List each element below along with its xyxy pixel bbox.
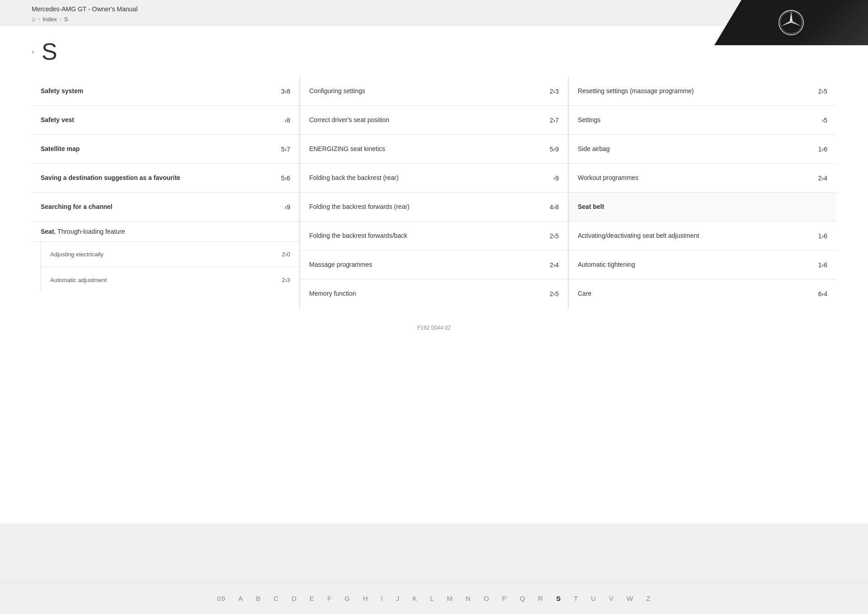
sub-entry-page[interactable]: 2›3	[282, 277, 290, 283]
entry-saving-destination: Saving a destination suggestion as a fav…	[32, 164, 299, 193]
alpha-item-z[interactable]: Z	[640, 592, 657, 605]
entry-safety-vest: Safety vest ›8	[32, 106, 299, 135]
entry-page[interactable]: 5›9	[550, 146, 559, 153]
page-title: Mercedes-AMG GT - Owner's Manual	[32, 5, 836, 13]
entry-workout-programmes: Workout programmes 2›4	[569, 164, 836, 193]
entry-text[interactable]: Folding back the backrest (rear)	[309, 174, 553, 183]
entry-text[interactable]: Automatic tightening	[578, 260, 818, 269]
entry-page[interactable]: 1›6	[818, 261, 827, 269]
sub-entry-automatic-adjustment: Automatic adjustment 2›3	[41, 267, 299, 293]
alpha-item-j[interactable]: J	[390, 592, 406, 605]
entry-page[interactable]: 2›5	[550, 232, 559, 240]
entry-page[interactable]: 6›4	[818, 290, 827, 298]
alpha-item-p[interactable]: P	[496, 592, 514, 605]
entry-page[interactable]: 2›5	[818, 88, 827, 95]
entry-text[interactable]: Safety vest	[41, 116, 285, 125]
section-letter: S	[42, 40, 57, 63]
sub-entry-text[interactable]: Adjusting electrically	[50, 251, 282, 258]
alpha-item-c[interactable]: C	[267, 592, 285, 605]
entry-text[interactable]: Resetting settings (massage programme)	[578, 87, 818, 96]
entry-page[interactable]: ›5	[822, 117, 827, 124]
seat-sublabel: , Through-loading feature	[54, 228, 125, 235]
alpha-item-g[interactable]: G	[338, 592, 357, 605]
entry-text[interactable]: Correct driver's seat position	[309, 116, 550, 125]
entry-text[interactable]: Saving a destination suggestion as a fav…	[41, 174, 281, 183]
breadcrumb: ⌂ › Index › S	[32, 15, 836, 23]
entry-text[interactable]: Massage programmes	[309, 260, 550, 269]
entry-folding-backrest-forwards-back: Folding the backrest forwards/back 2›5	[300, 222, 568, 250]
entry-text[interactable]: Care	[578, 289, 818, 298]
alpha-item-t[interactable]: T	[567, 592, 585, 605]
alpha-item-f[interactable]: F	[321, 592, 338, 605]
alpha-item-i[interactable]: I	[375, 592, 390, 605]
entry-text[interactable]: ENERGIZING seat kinetics	[309, 145, 550, 154]
entry-correct-drivers-seat: Correct driver's seat position 2›7	[300, 106, 568, 135]
entry-folding-back-backrest: Folding back the backrest (rear) ›9	[300, 164, 568, 193]
entry-configuring-settings: Configuring settings 2›3	[300, 77, 568, 106]
entry-text[interactable]: Folding the backrest forwards (rear)	[309, 203, 550, 212]
alpha-item-e[interactable]: E	[303, 592, 321, 605]
entry-safety-system: Safety system 3›8	[32, 77, 299, 106]
alpha-item-a[interactable]: A	[232, 592, 250, 605]
entry-page[interactable]: 5›6	[281, 175, 290, 182]
entry-page[interactable]: 2›3	[550, 88, 559, 95]
alpha-item-w[interactable]: W	[620, 592, 640, 605]
entry-activating-seat-belt: Activating/deactivating seat belt adjust…	[569, 222, 836, 250]
entry-text[interactable]: Side airbag	[578, 145, 818, 154]
alpha-item-d[interactable]: D	[285, 592, 303, 605]
entry-massage-programmes: Massage programmes 2›4	[300, 250, 568, 279]
back-arrow[interactable]: ‹	[32, 47, 34, 57]
entry-searching-channel: Searching for a channel ›9	[32, 193, 299, 222]
entry-text[interactable]: Workout programmes	[578, 174, 818, 183]
alpha-item-v[interactable]: V	[603, 592, 620, 605]
sub-entry-text[interactable]: Automatic adjustment	[50, 277, 282, 283]
entry-seat-section: Seat, Through-loading feature	[32, 222, 299, 242]
entry-page[interactable]: 2›4	[818, 175, 827, 182]
entry-page[interactable]: 4›8	[550, 203, 559, 211]
alpha-item-r[interactable]: R	[532, 592, 550, 605]
breadcrumb-index[interactable]: Index	[42, 16, 57, 23]
alpha-item-q[interactable]: Q	[514, 592, 532, 605]
footer-code: F192 0044 02	[32, 322, 836, 358]
alphabet-nav: 09ABCDEFGHIJKLMNOPQRSTUVWZ	[0, 582, 868, 614]
alpha-item-09[interactable]: 09	[211, 592, 232, 605]
entry-page[interactable]: 5›7	[281, 146, 290, 153]
entry-page[interactable]: 2›5	[550, 290, 559, 298]
alpha-item-k[interactable]: K	[406, 592, 424, 605]
mercedes-logo	[778, 9, 805, 36]
alpha-item-l[interactable]: L	[424, 592, 440, 605]
alpha-item-h[interactable]: H	[357, 592, 375, 605]
entry-page[interactable]: ›9	[285, 203, 290, 211]
entry-energizing-seat-kinetics: ENERGIZING seat kinetics 5›9	[300, 135, 568, 164]
entry-page[interactable]: ›8	[285, 117, 290, 124]
entry-folding-backrest-forwards-rear: Folding the backrest forwards (rear) 4›8	[300, 193, 568, 222]
entry-text[interactable]: Memory function	[309, 289, 550, 298]
alpha-item-s[interactable]: S	[550, 592, 567, 605]
entry-page[interactable]: ›9	[553, 175, 559, 182]
entry-page[interactable]: 1›6	[818, 146, 827, 153]
entry-page[interactable]: 2›7	[550, 117, 559, 124]
alpha-item-b[interactable]: B	[250, 592, 267, 605]
breadcrumb-s: S	[64, 16, 68, 23]
seat-sub-entries: Adjusting electrically 2›0 Automatic adj…	[41, 242, 299, 293]
entry-text[interactable]: Folding the backrest forwards/back	[309, 231, 550, 241]
entry-text[interactable]: Satellite map	[41, 145, 281, 154]
entry-page[interactable]: 2›4	[550, 261, 559, 269]
entry-page[interactable]: 3›8	[281, 88, 290, 95]
entry-text[interactable]: Configuring settings	[309, 87, 550, 96]
column-right: Resetting settings (massage programme) 2…	[568, 77, 836, 308]
sub-entry-page[interactable]: 2›0	[282, 251, 290, 258]
entry-text[interactable]: Safety system	[41, 87, 281, 96]
home-icon[interactable]: ⌂	[32, 15, 35, 23]
entry-text[interactable]: Searching for a channel	[41, 203, 285, 212]
alpha-item-n[interactable]: N	[459, 592, 477, 605]
entry-memory-function: Memory function 2›5	[300, 279, 568, 308]
alpha-item-m[interactable]: M	[441, 592, 460, 605]
alpha-item-u[interactable]: U	[585, 592, 603, 605]
seat-bold-label: Seat	[41, 228, 54, 235]
alpha-item-o[interactable]: O	[477, 592, 496, 605]
entry-page[interactable]: 1›6	[818, 232, 827, 240]
entry-text[interactable]: Activating/deactivating seat belt adjust…	[578, 231, 818, 241]
entry-care: Care 6›4	[569, 279, 836, 308]
entry-text[interactable]: Settings	[578, 116, 822, 125]
